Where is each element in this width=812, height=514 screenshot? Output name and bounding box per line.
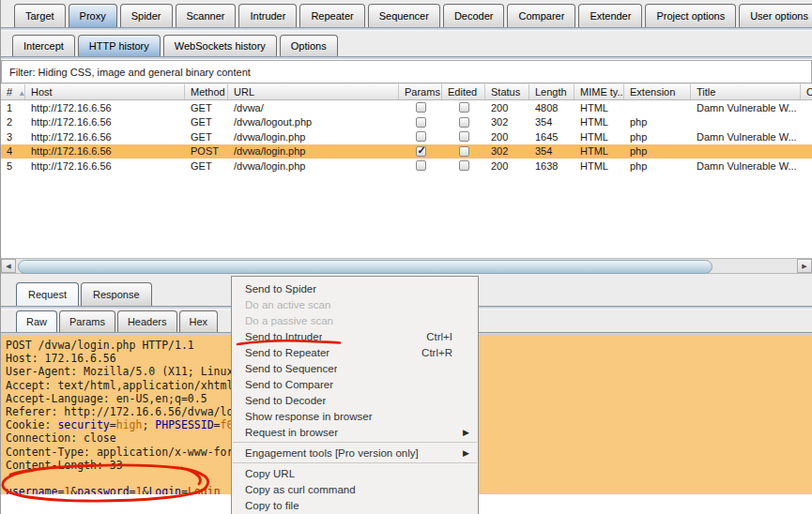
column-header-comment[interactable]: Comment (801, 84, 812, 99)
edited-checkbox[interactable] (459, 131, 469, 142)
cell-length: 354 (529, 145, 575, 157)
column-header-title[interactable]: Title (691, 84, 801, 99)
view-tab-raw[interactable]: Raw (16, 310, 57, 332)
subtab-intercept[interactable]: Intercept (12, 35, 75, 56)
menu-item-show-response-in-browser[interactable]: Show response in browser (232, 408, 478, 424)
column-header-edited[interactable]: Edited (442, 84, 485, 99)
column-header-length[interactable]: Length (529, 84, 575, 99)
tab-repeater[interactable]: Repeater (299, 4, 364, 27)
filter-bar[interactable]: Filter: Hiding CSS, image and general bi… (1, 60, 812, 83)
cell-host: http://172.16.6.56 (25, 160, 185, 172)
menu-item-send-to-decoder[interactable]: Send to Decoder (232, 392, 478, 408)
scrollbar-thumb[interactable] (18, 260, 712, 274)
cell-url: /dvwa/logout.php (228, 116, 399, 128)
params-checkbox[interactable] (416, 160, 426, 171)
tab-target[interactable]: Target (14, 4, 66, 27)
tab-comparer[interactable]: Comparer (507, 4, 575, 27)
scroll-right-button[interactable]: ▶ (797, 259, 812, 273)
message-tab-response[interactable]: Response (81, 282, 152, 306)
column-header-url[interactable]: URL (228, 84, 399, 99)
cell-extension: php (624, 116, 691, 128)
message-tab-request[interactable]: Request (16, 282, 79, 306)
cell-host: http://172.16.6.56 (25, 145, 185, 157)
table-row[interactable]: 5http://172.16.6.56GET/dvwa/login.php200… (1, 159, 812, 174)
column-header-status[interactable]: Status (485, 84, 529, 99)
tab-decoder[interactable]: Decoder (443, 4, 505, 27)
tab-project-options[interactable]: Project options (645, 4, 736, 27)
tab-sequencer[interactable]: Sequencer (368, 4, 440, 27)
subtab-websockets-history[interactable]: WebSockets history (163, 35, 277, 56)
column-header-extension[interactable]: Extension (624, 84, 691, 99)
cell-extension: php (624, 145, 691, 157)
tab-scanner[interactable]: Scanner (176, 4, 237, 27)
menu-item-label: Do an active scan (245, 299, 330, 310)
cell-status: 200 (485, 102, 529, 113)
menu-item-label: Engagement tools [Pro version only] (245, 447, 419, 459)
view-tab-headers[interactable]: Headers (117, 310, 177, 332)
scrollbar-track[interactable] (16, 259, 812, 273)
cell-extension: php (624, 131, 691, 143)
menu-item-label: Copy to file (245, 500, 299, 511)
params-checkbox[interactable] (416, 117, 426, 128)
scroll-left-button[interactable]: ◀ (1, 259, 16, 273)
tab-intruder[interactable]: Intruder (238, 4, 297, 27)
divider (1, 27, 812, 31)
cell-method: GET (185, 116, 228, 128)
tab-user-options[interactable]: User options (739, 4, 812, 27)
menu-item-copy-to-file[interactable]: Copy to file (232, 497, 478, 513)
cell-params (399, 131, 442, 142)
menu-item-copy-url[interactable]: Copy URL (232, 465, 478, 481)
params-checkbox[interactable] (416, 146, 426, 157)
table-row[interactable]: 4http://172.16.6.56POST/dvwa/login.php30… (1, 144, 812, 159)
cell-mime: HTML (575, 116, 624, 128)
table-row[interactable]: 1http://172.16.6.56GET/dvwa/2004808HTMLD… (1, 100, 812, 115)
filter-label: Filter: Hiding CSS, image and general bi… (9, 67, 251, 78)
column-header-params[interactable]: Params (399, 84, 442, 99)
cell-params (399, 102, 442, 113)
edited-checkbox[interactable] (459, 146, 469, 157)
view-tab-params[interactable]: Params (59, 310, 115, 332)
menu-item-send-to-sequencer[interactable]: Send to Sequencer (232, 360, 478, 376)
cell-num: 5 (1, 160, 25, 172)
cell-edited (442, 146, 485, 157)
menu-item-send-to-comparer[interactable]: Send to Comparer (232, 376, 478, 392)
cell-url: /dvwa/login.php (228, 131, 399, 143)
menu-item-label: Request in browser (245, 427, 338, 438)
menu-item-send-to-repeater[interactable]: Send to RepeaterCtrl+R (232, 344, 478, 360)
subtab-options[interactable]: Options (280, 35, 338, 56)
horizontal-scrollbar[interactable]: ◀ ▶ (1, 258, 812, 274)
tab-proxy[interactable]: Proxy (69, 4, 117, 27)
menu-item-do-a-passive-scan: Do a passive scan (232, 312, 478, 328)
view-tab-hex[interactable]: Hex (179, 310, 219, 332)
subtab-http-history[interactable]: HTTP history (78, 35, 161, 56)
edited-checkbox[interactable] (459, 117, 469, 128)
menu-item-label: Send to Spider (245, 283, 316, 295)
table-row[interactable]: 2http://172.16.6.56GET/dvwa/logout.php30… (1, 115, 812, 130)
params-checkbox[interactable] (416, 102, 426, 113)
column-header-host[interactable]: Host (25, 84, 185, 99)
menu-item-request-in-browser[interactable]: Request in browser▶ (232, 424, 478, 440)
menu-shortcut: Ctrl+R (421, 347, 469, 358)
cell-length: 1638 (529, 160, 575, 172)
table-row[interactable]: 3http://172.16.6.56GET/dvwa/login.php200… (1, 129, 812, 144)
cell-title: Damn Vulnerable W... (691, 102, 801, 113)
cell-num: 4 (1, 145, 25, 157)
tab-extender[interactable]: Extender (578, 4, 642, 27)
menu-item-send-to-intruder[interactable]: Send to IntruderCtrl+I (232, 328, 478, 344)
menu-item-send-to-spider[interactable]: Send to Spider (232, 280, 478, 296)
burp-suite-window: TargetProxySpiderScannerIntruderRepeater… (0, 0, 812, 514)
cell-length: 354 (529, 116, 575, 128)
tab-spider[interactable]: Spider (120, 4, 173, 27)
edited-checkbox[interactable] (459, 102, 469, 113)
column-header-method[interactable]: Method (185, 84, 228, 99)
menu-item-copy-as-curl-command[interactable]: Copy as curl command (232, 481, 478, 497)
cell-host: http://172.16.6.56 (25, 131, 185, 143)
cell-title: Damn Vulnerable W... (691, 131, 801, 143)
menu-item-do-an-active-scan: Do an active scan (232, 296, 478, 312)
params-checkbox[interactable] (416, 131, 426, 142)
edited-checkbox[interactable] (459, 160, 469, 171)
column-header-mime-ty[interactable]: MIME ty... (575, 84, 624, 99)
column-header-[interactable]: #▲ (1, 84, 25, 99)
menu-item-engagement-tools-pro-version-only[interactable]: Engagement tools [Pro version only]▶ (232, 445, 478, 461)
http-history-table: #▲HostMethodURLParamsEditedStatusLengthM… (1, 84, 812, 258)
